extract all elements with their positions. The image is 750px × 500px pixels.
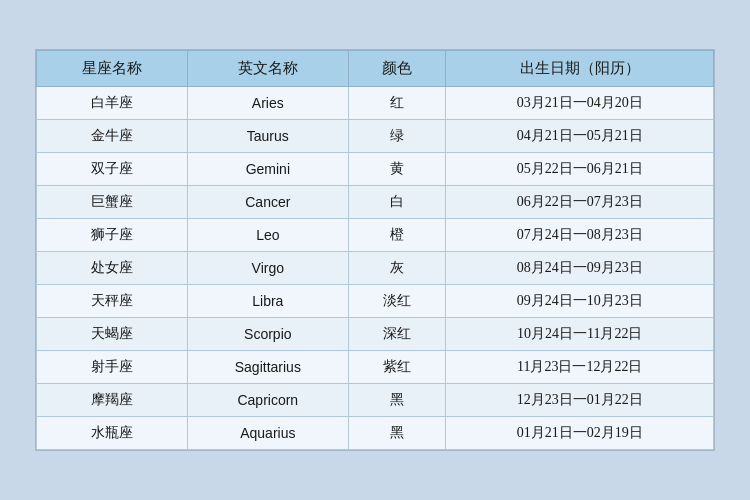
table-cell: 11月23日一12月22日 — [446, 351, 714, 384]
table-row: 狮子座Leo橙07月24日一08月23日 — [37, 219, 714, 252]
table-cell: 紫红 — [349, 351, 446, 384]
table-cell: Leo — [187, 219, 348, 252]
table-cell: Cancer — [187, 186, 348, 219]
table-cell: 金牛座 — [37, 120, 188, 153]
table-row: 金牛座Taurus绿04月21日一05月21日 — [37, 120, 714, 153]
table-cell: 10月24日一11月22日 — [446, 318, 714, 351]
table-cell: 橙 — [349, 219, 446, 252]
table-cell: Aries — [187, 87, 348, 120]
table-cell: 06月22日一07月23日 — [446, 186, 714, 219]
table-cell: 03月21日一04月20日 — [446, 87, 714, 120]
col-header-english-name: 英文名称 — [187, 51, 348, 87]
table-cell: 黄 — [349, 153, 446, 186]
table-cell: 黑 — [349, 417, 446, 450]
table-cell: Sagittarius — [187, 351, 348, 384]
table-cell: Capricorn — [187, 384, 348, 417]
table-cell: 白羊座 — [37, 87, 188, 120]
table-row: 双子座Gemini黄05月22日一06月21日 — [37, 153, 714, 186]
table-cell: Scorpio — [187, 318, 348, 351]
table-cell: 09月24日一10月23日 — [446, 285, 714, 318]
table-cell: 淡红 — [349, 285, 446, 318]
table-cell: Virgo — [187, 252, 348, 285]
table-row: 巨蟹座Cancer白06月22日一07月23日 — [37, 186, 714, 219]
table-row: 射手座Sagittarius紫红11月23日一12月22日 — [37, 351, 714, 384]
table-cell: Aquarius — [187, 417, 348, 450]
table-row: 白羊座Aries红03月21日一04月20日 — [37, 87, 714, 120]
table-cell: 水瓶座 — [37, 417, 188, 450]
table-cell: Taurus — [187, 120, 348, 153]
table-cell: Libra — [187, 285, 348, 318]
table-row: 天秤座Libra淡红09月24日一10月23日 — [37, 285, 714, 318]
table-row: 处女座Virgo灰08月24日一09月23日 — [37, 252, 714, 285]
table-cell: 绿 — [349, 120, 446, 153]
table-cell: 天秤座 — [37, 285, 188, 318]
table-cell: 灰 — [349, 252, 446, 285]
table-cell: 天蝎座 — [37, 318, 188, 351]
table-cell: 白 — [349, 186, 446, 219]
table-header-row: 星座名称 英文名称 颜色 出生日期（阳历） — [37, 51, 714, 87]
table-cell: 01月21日一02月19日 — [446, 417, 714, 450]
table-row: 摩羯座Capricorn黑12月23日一01月22日 — [37, 384, 714, 417]
zodiac-table-container: 星座名称 英文名称 颜色 出生日期（阳历） 白羊座Aries红03月21日一04… — [35, 49, 715, 451]
col-header-color: 颜色 — [349, 51, 446, 87]
table-cell: 双子座 — [37, 153, 188, 186]
col-header-birthdate: 出生日期（阳历） — [446, 51, 714, 87]
table-cell: 黑 — [349, 384, 446, 417]
table-cell: 红 — [349, 87, 446, 120]
table-cell: 射手座 — [37, 351, 188, 384]
table-cell: 巨蟹座 — [37, 186, 188, 219]
col-header-chinese-name: 星座名称 — [37, 51, 188, 87]
table-row: 天蝎座Scorpio深红10月24日一11月22日 — [37, 318, 714, 351]
table-cell: Gemini — [187, 153, 348, 186]
zodiac-table: 星座名称 英文名称 颜色 出生日期（阳历） 白羊座Aries红03月21日一04… — [36, 50, 714, 450]
table-cell: 处女座 — [37, 252, 188, 285]
table-cell: 摩羯座 — [37, 384, 188, 417]
table-cell: 05月22日一06月21日 — [446, 153, 714, 186]
table-cell: 07月24日一08月23日 — [446, 219, 714, 252]
table-cell: 深红 — [349, 318, 446, 351]
table-cell: 12月23日一01月22日 — [446, 384, 714, 417]
table-cell: 狮子座 — [37, 219, 188, 252]
table-cell: 04月21日一05月21日 — [446, 120, 714, 153]
table-row: 水瓶座Aquarius黑01月21日一02月19日 — [37, 417, 714, 450]
table-cell: 08月24日一09月23日 — [446, 252, 714, 285]
